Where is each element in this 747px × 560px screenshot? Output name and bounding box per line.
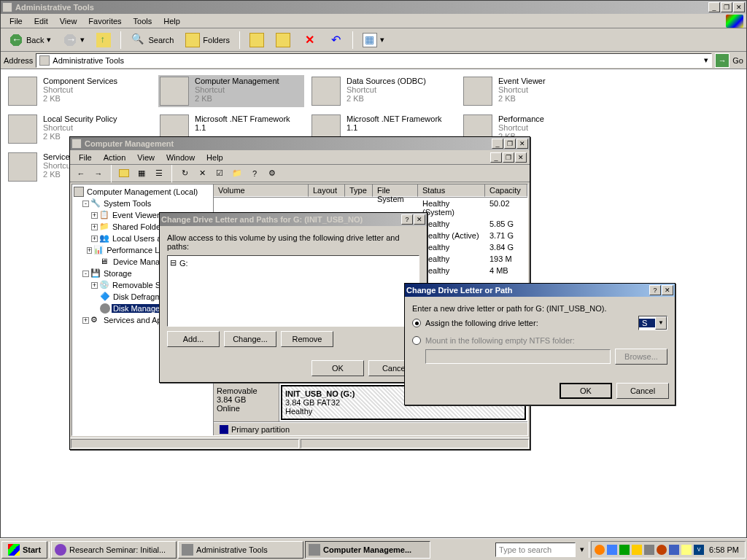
delete-button[interactable]: ✕ [297, 30, 322, 50]
col-layout[interactable]: Layout [309, 184, 345, 197]
tray-icon[interactable] [607, 545, 617, 555]
up-button[interactable] [91, 30, 116, 50]
radio-assign-letter[interactable]: Assign the following drive letter: S ▼ [412, 316, 667, 330]
menu-file[interactable]: File [73, 152, 98, 163]
drive-paths-listbox[interactable]: ⊟ G: [167, 255, 419, 327]
address-dropdown-icon[interactable]: ▾ [704, 55, 708, 65]
close-button[interactable]: ✕ [733, 2, 745, 12]
menu-edit[interactable]: Edit [28, 15, 54, 27]
settings-button[interactable]: ⚙ [264, 166, 280, 181]
radio-icon[interactable] [412, 336, 421, 345]
task-computer-management[interactable]: Computer Manageme... [305, 541, 430, 559]
radio-icon[interactable] [412, 319, 421, 327]
expand-icon[interactable]: + [91, 212, 98, 219]
close-button[interactable]: ✕ [516, 139, 528, 149]
menu-help[interactable]: Help [201, 152, 229, 163]
expand-icon[interactable]: + [91, 282, 98, 289]
mmc-titlebar[interactable]: Computer Management _ ❐ ✕ [70, 137, 530, 150]
help-button[interactable]: ? [247, 166, 263, 181]
tray-icon[interactable] [595, 545, 605, 555]
search-button[interactable]: Search [125, 30, 179, 50]
maximize-button[interactable]: ❐ [721, 2, 732, 12]
menu-window[interactable]: Window [160, 152, 201, 163]
up-button[interactable] [116, 166, 132, 181]
add-button[interactable]: Add... [167, 331, 220, 347]
dialog2-titlebar[interactable]: Change Drive Letter or Path ? ✕ [405, 284, 675, 297]
col-volume[interactable]: Volume [214, 184, 309, 197]
menu-view[interactable]: View [131, 152, 160, 163]
show-hide-button[interactable]: ▦ [133, 166, 150, 181]
tray-icon[interactable] [657, 545, 667, 555]
search-dropdown-icon[interactable]: ▾ [577, 545, 587, 554]
ok-button[interactable]: OK [311, 360, 364, 376]
move-to-button[interactable] [244, 30, 269, 50]
properties-button[interactable]: ☰ [151, 166, 167, 181]
minimize-button[interactable]: _ [708, 2, 720, 12]
expand-icon[interactable]: + [91, 236, 98, 242]
refresh-button[interactable]: ↻ [177, 166, 193, 181]
dialog1-titlebar[interactable]: Change Drive Letter and Paths for G: (IN… [160, 213, 427, 226]
remove-button[interactable]: Remove [281, 331, 333, 347]
views-button[interactable]: ▾ [357, 30, 390, 50]
child-restore-button[interactable]: ❐ [503, 152, 514, 163]
cancel-button[interactable]: Cancel [616, 383, 669, 399]
collapse-icon[interactable]: - [82, 201, 89, 207]
folders-button[interactable]: Folders [180, 30, 235, 50]
task-admin-tools[interactable]: Administrative Tools [178, 541, 303, 559]
task-research-seminar[interactable]: Research Seminar: Initial... [51, 541, 177, 559]
maximize-button[interactable]: ❐ [504, 139, 516, 149]
tray-icon[interactable] [632, 545, 642, 555]
volume-icon[interactable] [681, 545, 692, 555]
expand-icon[interactable]: + [91, 224, 98, 230]
menu-favorites[interactable]: Favorites [82, 15, 127, 27]
change-button[interactable]: Change... [224, 331, 276, 347]
item-component-services[interactable]: Component ServicesShortcut2 KB [7, 75, 152, 107]
help-button[interactable]: ? [649, 285, 661, 295]
go-button[interactable]: → [715, 53, 729, 68]
start-button[interactable]: Start [1, 541, 47, 559]
tree-system-tools[interactable]: -🔧System Tools [74, 198, 212, 209]
menu-view[interactable]: View [54, 15, 83, 27]
export-button[interactable]: 📁 [229, 166, 245, 181]
tray-icon[interactable] [644, 545, 654, 555]
undo-button[interactable]: ↶ [323, 30, 348, 50]
props-button[interactable]: ☑ [212, 166, 228, 181]
back-button[interactable]: Back▾ [4, 30, 56, 50]
col-filesystem[interactable]: File System [373, 184, 418, 197]
menu-help[interactable]: Help [158, 15, 186, 27]
vnc-icon[interactable]: V [694, 545, 704, 555]
back-button[interactable]: ← [73, 166, 89, 181]
copy-to-button[interactable] [271, 30, 295, 50]
col-type[interactable]: Type [345, 184, 373, 197]
collapse-icon[interactable]: - [82, 271, 89, 277]
item-event-viewer[interactable]: Event ViewerShortcut2 KB [462, 75, 608, 107]
menu-action[interactable]: Action [98, 152, 132, 163]
chevron-down-icon[interactable]: ▼ [655, 316, 667, 330]
close-button[interactable]: ✕ [662, 285, 673, 295]
menu-file[interactable]: File [4, 15, 28, 27]
menu-tools[interactable]: Tools [128, 15, 158, 27]
close-button[interactable]: ✕ [414, 214, 425, 225]
help-button[interactable]: ? [401, 214, 413, 225]
item-data-sources[interactable]: Data Sources (ODBC)Shortcut2 KB [310, 75, 456, 107]
tray-icon[interactable] [619, 545, 630, 555]
clock[interactable]: 6:58 PM [706, 545, 742, 554]
col-capacity[interactable]: Capacity [485, 184, 527, 197]
expand-icon[interactable]: + [82, 317, 89, 324]
expand-icon[interactable]: + [87, 247, 92, 254]
tree-root[interactable]: Computer Management (Local) [74, 186, 212, 198]
forward-button[interactable]: → [90, 166, 107, 181]
tray-icon[interactable] [669, 545, 679, 555]
delete-button[interactable]: ✕ [194, 166, 210, 181]
child-close-button[interactable]: ✕ [515, 152, 527, 163]
item-computer-management[interactable]: Computer ManagementShortcut2 KB [158, 75, 304, 107]
list-item[interactable]: ⊟ G: [169, 257, 417, 268]
search-input[interactable]: Type to search [495, 542, 576, 557]
minimize-button[interactable]: _ [492, 139, 503, 149]
child-minimize-button[interactable]: _ [490, 152, 502, 163]
explorer-titlebar[interactable]: Administrative Tools _ ❐ ✕ [1, 1, 746, 14]
address-input[interactable]: Administrative Tools ▾ [36, 53, 712, 68]
ok-button[interactable]: OK [560, 383, 612, 399]
drive-letter-dropdown[interactable]: S ▼ [638, 316, 667, 330]
forward-button[interactable]: ▾ [58, 30, 90, 50]
